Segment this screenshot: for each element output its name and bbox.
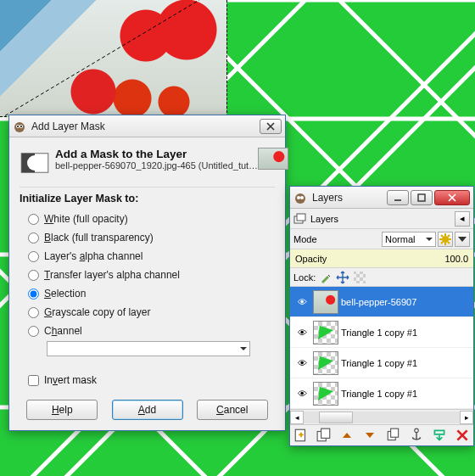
- lower-layer-icon[interactable]: [362, 428, 377, 443]
- lock-paint-icon[interactable]: [319, 271, 332, 284]
- duplicate-layer-icon[interactable]: [386, 428, 401, 443]
- svg-rect-17: [354, 272, 366, 283]
- layer-thumbnail: [313, 321, 338, 344]
- layers-tab-icon[interactable]: [293, 212, 307, 226]
- lock-label: Lock:: [293, 272, 316, 283]
- svg-rect-15: [297, 214, 305, 221]
- layer-row[interactable]: 👁 Triangle 1 copy #1: [290, 378, 473, 409]
- dialog-title: Add Layer Mask: [31, 120, 258, 132]
- invert-mask-checkbox[interactable]: Invert mask: [20, 374, 275, 386]
- layers-bottom-toolbar: [290, 425, 473, 445]
- layer-row[interactable]: 👁 Triangle 1 copy #1: [290, 317, 473, 348]
- layer-thumbnail: [313, 290, 338, 314]
- svg-point-10: [295, 193, 305, 204]
- delete-layer-icon[interactable]: [455, 428, 470, 443]
- tabs-row: Layers ◂: [290, 209, 473, 229]
- svg-point-12: [300, 196, 304, 199]
- cancel-button[interactable]: Cancel: [197, 400, 268, 420]
- layer-thumbnail: [313, 382, 338, 406]
- close-button[interactable]: [260, 119, 282, 134]
- image-preview: [0, 0, 227, 117]
- svg-point-2: [14, 122, 25, 132]
- mode-row: Mode Normal: [290, 229, 473, 249]
- layers-scrollbar[interactable]: ◂ ▸: [290, 410, 473, 425]
- layer-row[interactable]: 👁 bell-pepper-56907: [290, 287, 473, 317]
- svg-marker-20: [318, 325, 333, 339]
- mode-dropdown-icon[interactable]: [455, 232, 470, 247]
- visibility-icon[interactable]: 👁: [293, 389, 310, 399]
- mode-label: Mode: [293, 234, 317, 244]
- svg-point-16: [442, 236, 449, 243]
- merge-down-icon[interactable]: [432, 428, 447, 443]
- maximize-button[interactable]: [411, 190, 433, 205]
- new-group-icon[interactable]: [316, 428, 332, 443]
- layer-name[interactable]: Triangle 1 copy #1: [341, 358, 470, 368]
- dialog-titlebar[interactable]: Add Layer Mask: [9, 115, 285, 137]
- radio-selection[interactable]: Selection: [20, 284, 275, 303]
- mask-icon: [20, 148, 50, 178]
- opacity-value: 100.0: [444, 254, 468, 264]
- layer-list: 👁 bell-pepper-56907 👁 Triangle 1 copy #1…: [290, 287, 473, 410]
- visibility-icon[interactable]: 👁: [293, 297, 310, 307]
- tab-menu-icon[interactable]: ◂: [455, 211, 470, 227]
- svg-rect-13: [418, 194, 425, 201]
- minimize-button[interactable]: [387, 190, 409, 205]
- scroll-left-icon[interactable]: ◂: [290, 411, 304, 424]
- add-button[interactable]: Add: [112, 400, 183, 420]
- lock-row: Lock:: [290, 268, 473, 287]
- radio-transfer[interactable]: Transfer layer's alpha channel: [20, 266, 275, 284]
- radio-white[interactable]: White (full opacity): [20, 210, 275, 228]
- layer-row[interactable]: 👁 Triangle 1 copy #1: [290, 348, 473, 378]
- lock-alpha-icon[interactable]: [353, 271, 366, 284]
- dialog-header-title: Add a Mask to the Layer: [55, 148, 258, 160]
- layer-thumbnail: [258, 148, 288, 170]
- svg-point-5: [17, 126, 19, 127]
- layer-thumbnail: [313, 351, 338, 375]
- svg-marker-22: [318, 386, 333, 400]
- gimp-icon: [293, 191, 307, 204]
- layers-tab-label[interactable]: Layers: [310, 214, 338, 224]
- visibility-icon[interactable]: 👁: [293, 328, 310, 338]
- radio-black[interactable]: Black (full transparency): [20, 228, 275, 247]
- svg-rect-27: [390, 428, 398, 437]
- dialog-header-sub: bell-pepper-569070_1920.jpg-465 (Untitle…: [55, 160, 258, 171]
- opacity-label: Opacity: [295, 254, 327, 264]
- close-button[interactable]: [434, 190, 470, 205]
- layer-name[interactable]: Triangle 1 copy #1: [341, 389, 470, 399]
- radio-channel[interactable]: Channel: [20, 322, 275, 340]
- section-label: Initialize Layer Mask to:: [20, 193, 275, 204]
- raise-layer-icon[interactable]: [339, 428, 355, 443]
- svg-point-6: [20, 126, 22, 127]
- layers-titlebar[interactable]: Layers: [290, 187, 473, 209]
- visibility-icon[interactable]: 👁: [293, 358, 310, 368]
- mode-gear-icon[interactable]: [438, 232, 453, 247]
- scroll-right-icon[interactable]: ▸: [460, 411, 473, 424]
- svg-point-9: [27, 155, 42, 171]
- radio-grayscale[interactable]: Grayscale copy of layer: [20, 303, 275, 322]
- close-icon: [266, 122, 275, 131]
- layers-panel: Layers Layers ◂ Mode Normal Opacity 100.…: [289, 186, 474, 446]
- anchor-layer-icon[interactable]: [409, 428, 424, 443]
- svg-rect-25: [321, 428, 330, 438]
- gimp-icon: [13, 120, 26, 133]
- lock-move-icon[interactable]: [336, 271, 349, 284]
- svg-marker-21: [318, 356, 333, 369]
- layers-title: Layers: [312, 192, 385, 204]
- help-button[interactable]: Help: [26, 400, 98, 420]
- channel-select[interactable]: [47, 341, 250, 356]
- layer-name[interactable]: Triangle 1 copy #1: [341, 328, 470, 338]
- new-layer-icon[interactable]: [293, 428, 309, 443]
- svg-point-28: [414, 428, 418, 433]
- opacity-row[interactable]: Opacity 100.0: [290, 249, 473, 268]
- mode-select[interactable]: Normal: [382, 232, 436, 247]
- layer-name[interactable]: bell-pepper-56907: [341, 297, 470, 307]
- radio-alpha[interactable]: Layer's alpha channel: [20, 247, 275, 266]
- svg-point-11: [297, 196, 300, 199]
- add-layer-mask-dialog: Add Layer Mask Add a Mask to the Layer b…: [8, 115, 286, 431]
